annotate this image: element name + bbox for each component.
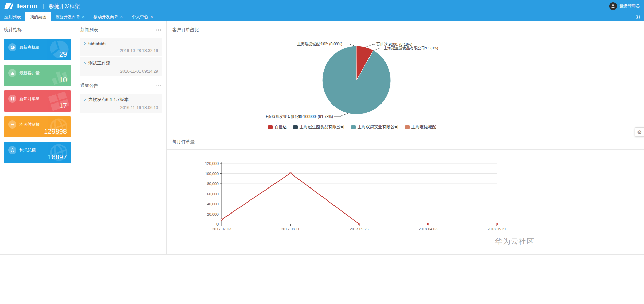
legend-item[interactable]: 上海冠生园食品有限公司 [293, 124, 345, 130]
stat-card-label: 新签订单量 [19, 96, 40, 102]
more-menu-icon[interactable] [155, 84, 162, 88]
avatar [609, 2, 617, 10]
tab-label: 移动开发向导 [94, 14, 118, 20]
tab-item[interactable]: 应用列表 [0, 12, 25, 21]
stat-card[interactable]: 本周付款额129898 [4, 116, 71, 137]
list-item-title: 6666666 [88, 41, 106, 46]
stat-card-label: 最新商机量 [19, 45, 40, 50]
tab-item[interactable]: 个人中心× [127, 12, 157, 21]
pie-label: 上海双鸽实业有限公司:100900: (91.73%) [264, 114, 333, 119]
x-tick-label: 2018.04.03 [419, 227, 437, 231]
legend-item[interactable]: 上海唯捷城配 [405, 124, 436, 130]
stat-card-value: 129898 [44, 127, 67, 135]
pie-label-line [334, 113, 348, 117]
y-tick-label: 0 [216, 222, 219, 226]
y-tick-label: 100,000 [205, 172, 219, 176]
pie-chart-svg[interactable]: 百世达:9000: (8.18%)上海冠生园食品有限公司:0: (0%)上海双鸽… [172, 37, 543, 121]
stats-sidebar: 统计指标 最新商机量29最新客户量10新签订单量17本周付款额129898利润总… [0, 21, 75, 255]
stat-card-label: 利润总额 [19, 147, 36, 153]
y-tick-label: 60,000 [207, 192, 219, 196]
y-tick-label: 120,000 [205, 161, 219, 166]
legend-color-chip [293, 125, 298, 129]
pie-label-line [365, 44, 375, 47]
pie-legend: 百世达上海冠生园食品有限公司上海双鸽实业有限公司上海唯捷城配 [167, 124, 537, 130]
legend-label: 上海唯捷城配 [411, 124, 436, 130]
y-tick-label: 80,000 [207, 182, 219, 186]
x-tick-label: 2018.05.21 [487, 227, 506, 231]
title-divider: ｜ [41, 3, 46, 9]
pie-label: 上海冠生园食品有限公司:0: (0%) [384, 46, 438, 50]
list-item-time: 2016-11-01 09:14:29 [84, 69, 158, 74]
tab-label: 敏捷开发向导 [55, 14, 80, 20]
bullet-icon [84, 42, 86, 45]
legend-label: 上海双鸽实业有限公司 [358, 124, 399, 130]
pie-label: 上海唯捷城配:102: (0.09%) [297, 42, 342, 46]
notice-list-item[interactable]: 力软发布6.1.1.7版本2016-11-16 18:06:10 [80, 94, 162, 113]
data-point[interactable] [496, 223, 498, 225]
tab-item[interactable]: 移动开发向导× [89, 12, 128, 21]
app-header: learun ｜ 敏捷开发框架 超级管理员 [0, 0, 644, 12]
stat-card[interactable]: 新签订单量17 [4, 90, 71, 112]
tab-label: 我的桌面 [30, 14, 46, 20]
stats-section-title: 统计指标 [4, 27, 71, 33]
user-menu[interactable]: 超级管理员 [609, 2, 640, 10]
legend-item[interactable]: 百世达 [268, 124, 287, 130]
series-line[interactable] [222, 173, 497, 224]
tab-bar: 应用列表我的桌面敏捷开发向导×移动开发向导×个人中心× [0, 12, 644, 21]
tab-item[interactable]: 敏捷开发向导× [51, 12, 89, 21]
globe-icon [8, 146, 16, 154]
watermark-text: 华为云社区 [495, 236, 535, 246]
data-point[interactable] [290, 172, 291, 174]
bar-chart-icon [8, 69, 16, 77]
legend-color-chip [351, 125, 356, 129]
charts-column: 客户订单占比 百世达:9000: (8.18%)上海冠生园食品有限公司:0: (… [167, 21, 644, 255]
list-item-time: 2016-10-28 13:32:16 [84, 48, 158, 53]
user-name: 超级管理员 [619, 3, 640, 9]
tab-item[interactable]: 我的桌面 [25, 12, 51, 21]
app-logo: learun ｜ 敏捷开发框架 [4, 2, 80, 10]
list-item-title: 力软发布6.1.1.7版本 [88, 97, 129, 103]
logo-icon [4, 2, 14, 10]
legend-label: 上海冠生园食品有限公司 [300, 124, 345, 130]
data-point[interactable] [221, 219, 223, 220]
pie-label-line [373, 48, 383, 51]
x-tick-label: 2017.07.13 [212, 227, 231, 231]
pie-chart-icon [8, 43, 16, 51]
legend-color-chip [268, 125, 273, 129]
stat-card-value: 17 [59, 102, 67, 110]
news-list-item[interactable]: 测试工作流2016-11-01 09:14:29 [80, 57, 162, 76]
line-panel-title: 每月订单量 [167, 134, 644, 150]
logo-text: learun [17, 2, 38, 10]
pie-slice[interactable] [322, 46, 391, 114]
news-list-item[interactable]: 66666662016-10-28 13:32:16 [80, 38, 162, 56]
stat-card-label: 本周付款额 [19, 122, 40, 127]
app-title: 敏捷开发框架 [49, 3, 80, 10]
stat-card[interactable]: 最新商机量29 [4, 39, 71, 60]
legend-color-chip [405, 125, 410, 129]
line-chart-panel: 每月订单量 020,00040,00060,00080,000100,00012… [167, 134, 644, 247]
x-tick-label: 2017.09.25 [350, 227, 368, 231]
pie-panel-title: 客户订单占比 [167, 21, 644, 37]
stat-card-value: 10 [59, 76, 67, 84]
stat-card-value: 16897 [48, 153, 67, 161]
tab-close-icon[interactable]: × [150, 15, 153, 19]
legend-item[interactable]: 上海双鸽实业有限公司 [351, 124, 399, 130]
notice-section-title: 通知公告 [80, 83, 98, 89]
stat-card[interactable]: 最新客户量10 [4, 65, 71, 86]
data-point[interactable] [359, 223, 360, 225]
globe-icon [8, 120, 16, 129]
stat-card-value: 29 [59, 50, 67, 58]
tab-close-icon[interactable]: × [82, 15, 85, 19]
tab-close-icon[interactable]: × [120, 15, 123, 19]
line-chart-svg[interactable]: 020,00040,00060,00080,000100,000120,0002… [167, 159, 642, 246]
tab-label: 应用列表 [4, 14, 21, 20]
main-content: 统计指标 最新商机量29最新客户量10新签订单量17本周付款额129898利润总… [0, 21, 644, 255]
more-menu-icon[interactable] [155, 28, 162, 32]
fullscreen-icon[interactable] [636, 12, 641, 21]
data-point[interactable] [427, 223, 429, 225]
settings-gear-button[interactable]: ⚙ [635, 127, 644, 137]
stat-card[interactable]: 利润总额16897 [4, 142, 71, 163]
stat-card-label: 最新客户量 [19, 70, 40, 76]
x-tick-label: 2017.08.11 [281, 227, 300, 231]
y-tick-label: 20,000 [207, 212, 219, 216]
